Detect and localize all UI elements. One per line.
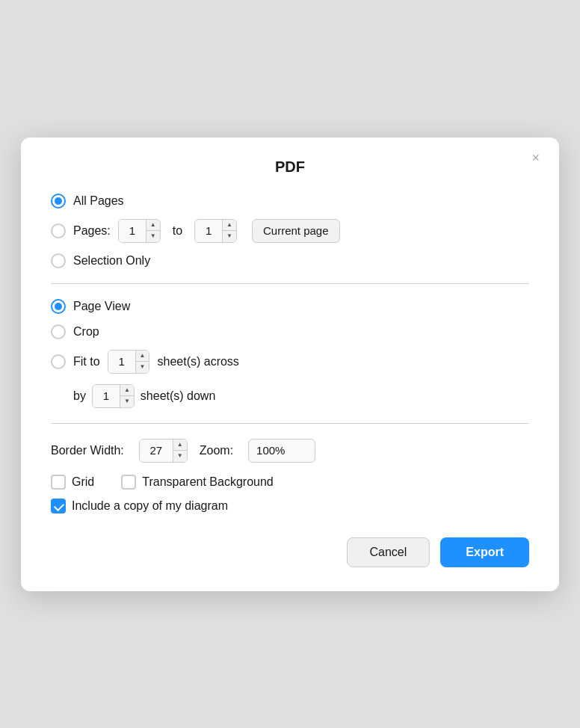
from-page-up-arrow[interactable]: ▲	[146, 220, 160, 232]
cancel-button[interactable]: Cancel	[347, 537, 431, 567]
to-label: to	[173, 224, 182, 238]
pdf-dialog: × PDF All Pages Pages: ▲ ▼ to	[21, 138, 559, 591]
transparent-bg-checkbox[interactable]	[121, 475, 136, 490]
include-copy-row: Include a copy of my diagram	[51, 499, 529, 513]
selection-only-radio[interactable]	[51, 253, 66, 268]
view-section: Page View Crop Fit to ▲ ▼ sheet(s) acros…	[51, 299, 529, 408]
selection-only-label[interactable]: Selection Only	[73, 254, 150, 268]
page-view-row: Page View	[51, 299, 529, 314]
border-width-down-arrow[interactable]: ▼	[173, 451, 187, 462]
grid-label[interactable]: Grid	[72, 475, 94, 489]
selection-only-row: Selection Only	[51, 253, 529, 268]
fit-down-up-arrow[interactable]: ▲	[120, 385, 134, 397]
to-page-up-arrow[interactable]: ▲	[223, 220, 236, 232]
page-view-radio[interactable]	[51, 299, 66, 314]
grid-checkbox[interactable]	[51, 475, 66, 490]
settings-section: Border Width: ▲ ▼ Zoom: Grid Transparent…	[51, 439, 529, 513]
from-page-spinner: ▲ ▼	[118, 219, 161, 243]
by-label: by	[73, 389, 86, 403]
fit-across-spinner: ▲ ▼	[108, 350, 150, 374]
fit-across-down-arrow[interactable]: ▼	[136, 362, 149, 373]
current-page-button[interactable]: Current page	[252, 219, 340, 243]
fit-to-label[interactable]: Fit to	[73, 355, 100, 368]
all-pages-row: All Pages	[51, 194, 529, 209]
grid-transparent-row: Grid Transparent Background	[51, 475, 529, 490]
fit-to-row: Fit to ▲ ▼ sheet(s) across	[51, 350, 529, 374]
fit-down-down-arrow[interactable]: ▼	[120, 396, 134, 407]
border-width-label: Border Width:	[51, 444, 124, 457]
border-width-spinner: ▲ ▼	[139, 439, 188, 463]
to-page-down-arrow[interactable]: ▼	[223, 231, 236, 242]
footer: Cancel Export	[51, 537, 529, 567]
fit-across-input[interactable]	[108, 351, 135, 373]
fit-across-up-arrow[interactable]: ▲	[136, 351, 149, 363]
pages-range-radio[interactable]	[51, 223, 66, 238]
crop-label[interactable]: Crop	[73, 325, 99, 339]
pages-range-row: Pages: ▲ ▼ to ▲ ▼ Current page	[51, 219, 529, 243]
fit-by-row: by ▲ ▼ sheet(s) down	[73, 384, 529, 408]
fit-to-radio[interactable]	[51, 354, 66, 369]
crop-radio[interactable]	[51, 324, 66, 339]
sheets-down-label: sheet(s) down	[141, 389, 216, 403]
border-width-input[interactable]	[140, 439, 173, 462]
pages-label[interactable]: Pages:	[73, 224, 111, 238]
all-pages-label[interactable]: All Pages	[73, 194, 124, 208]
transparent-bg-label[interactable]: Transparent Background	[142, 475, 274, 489]
dialog-title: PDF	[51, 158, 529, 176]
include-copy-checkbox[interactable]	[51, 499, 66, 513]
border-width-up-arrow[interactable]: ▲	[173, 439, 187, 451]
border-zoom-row: Border Width: ▲ ▼ Zoom:	[51, 439, 529, 463]
fit-down-spinner: ▲ ▼	[92, 384, 135, 408]
all-pages-radio[interactable]	[51, 194, 66, 209]
to-page-spinner: ▲ ▼	[194, 219, 237, 243]
page-view-label[interactable]: Page View	[73, 300, 130, 313]
zoom-input[interactable]	[248, 439, 315, 463]
crop-row: Crop	[51, 324, 529, 339]
divider-1	[51, 283, 529, 284]
export-button[interactable]: Export	[440, 537, 529, 567]
close-button[interactable]: ×	[527, 149, 544, 166]
include-copy-label[interactable]: Include a copy of my diagram	[72, 499, 228, 513]
zoom-label: Zoom:	[200, 444, 233, 457]
from-page-down-arrow[interactable]: ▼	[146, 231, 160, 242]
from-page-input[interactable]	[119, 220, 146, 242]
divider-2	[51, 423, 529, 424]
pages-section: All Pages Pages: ▲ ▼ to ▲ ▼	[51, 194, 529, 268]
fit-down-input[interactable]	[93, 385, 120, 407]
sheets-across-label: sheet(s) across	[157, 355, 238, 368]
to-page-input[interactable]	[195, 220, 222, 242]
